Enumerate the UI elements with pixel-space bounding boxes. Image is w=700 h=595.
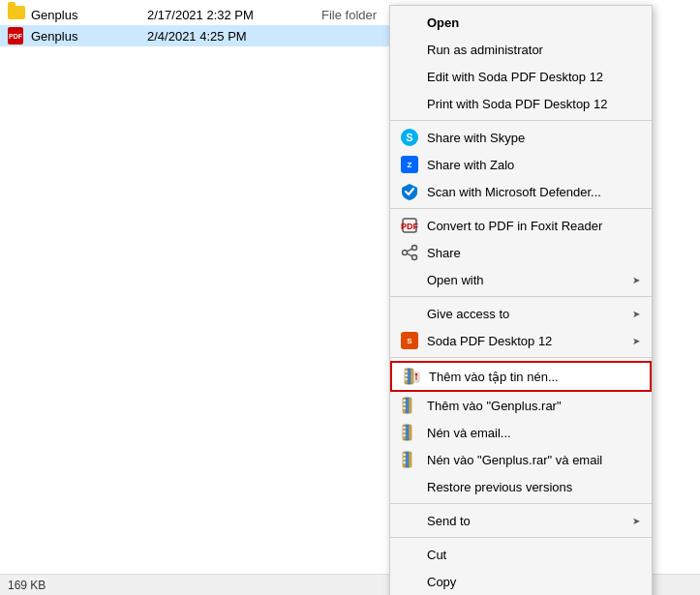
menu-label-add-genplus-rar: Thêm vào "Genplus.rar" <box>427 399 640 413</box>
print-soda-icon <box>400 94 419 113</box>
winrar-genplus-icon <box>400 396 419 415</box>
separator-1 <box>390 120 652 121</box>
run-admin-icon <box>400 40 419 59</box>
svg-point-2 <box>412 246 417 251</box>
file-date-pdf: 2/4/2021 4:25 PM <box>147 29 302 44</box>
skype-icon: S <box>400 128 419 147</box>
send-to-icon <box>400 511 419 530</box>
edit-soda-icon <box>400 67 419 86</box>
copy-icon <box>400 572 419 591</box>
svg-rect-15 <box>406 398 409 413</box>
menu-item-copy[interactable]: Copy <box>390 568 652 595</box>
file-row-pdf[interactable]: PDF Genplus 2/4/2021 4:25 PM <box>0 25 407 46</box>
menu-label-nen-email: Nén và email... <box>427 426 640 440</box>
menu-item-add-genplus-rar[interactable]: Thêm vào "Genplus.rar" <box>390 392 652 419</box>
menu-label-restore: Restore previous versions <box>427 480 640 494</box>
menu-item-share-skype[interactable]: S Share with Skype <box>390 124 652 151</box>
winrar-genplus-email-icon <box>400 450 419 469</box>
menu-item-run-admin[interactable]: Run as administrator <box>390 36 652 63</box>
menu-item-give-access[interactable]: Give access to ➤ <box>390 300 652 327</box>
menu-item-convert-pdf[interactable]: PDF Convert to PDF in Foxit Reader <box>390 212 652 239</box>
menu-item-soda-pdf[interactable]: S Soda PDF Desktop 12 ➤ <box>390 327 652 354</box>
menu-item-share[interactable]: Share <box>390 239 652 266</box>
separator-3 <box>390 296 652 297</box>
separator-6 <box>390 537 652 538</box>
svg-rect-28 <box>403 461 406 463</box>
svg-rect-11 <box>405 378 408 380</box>
file-name-pdf: Genplus <box>31 29 147 44</box>
menu-item-open-with[interactable]: Open with ➤ <box>390 266 652 293</box>
menu-label-edit-soda: Edit with Soda PDF Desktop 12 <box>427 70 640 84</box>
svg-rect-25 <box>406 452 409 467</box>
menu-label-give-access: Give access to <box>427 307 632 321</box>
svg-rect-16 <box>403 400 406 402</box>
menu-label-share: Share <box>427 246 640 260</box>
svg-rect-8 <box>408 369 411 384</box>
menu-item-scan-defender[interactable]: Scan with Microsoft Defender... <box>390 178 652 205</box>
separator-2 <box>390 208 652 209</box>
svg-rect-22 <box>403 431 406 432</box>
soda-pdf-arrow: ➤ <box>632 336 640 346</box>
status-text: 169 KB <box>8 579 46 592</box>
menu-label-nen-genplus-email: Nén vào "Genplus.rar" và email <box>427 453 640 467</box>
svg-point-3 <box>403 251 408 255</box>
menu-item-print-soda[interactable]: Print with Soda PDF Desktop 12 <box>390 90 652 117</box>
menu-label-share-zalo: Share with Zalo <box>427 158 640 172</box>
menu-item-nen-email[interactable]: Nén và email... <box>390 419 652 446</box>
svg-rect-10 <box>405 374 408 376</box>
menu-item-nen-genplus-email[interactable]: Nén vào "Genplus.rar" và email <box>390 446 652 473</box>
folder-icon <box>8 6 25 23</box>
menu-label-print-soda: Print with Soda PDF Desktop 12 <box>427 97 640 111</box>
svg-rect-26 <box>403 454 406 456</box>
file-list: Genplus 2/17/2021 2:32 PM File folder PD… <box>0 0 407 50</box>
defender-icon <box>400 182 419 201</box>
svg-rect-21 <box>403 427 406 429</box>
file-date-folder: 2/17/2021 2:32 PM <box>147 8 302 22</box>
menu-label-send-to: Send to <box>427 514 632 528</box>
share-icon <box>400 243 419 262</box>
separator-5 <box>390 503 652 504</box>
restore-icon <box>400 477 419 496</box>
open-icon <box>400 13 419 32</box>
svg-rect-9 <box>405 371 408 372</box>
svg-line-6 <box>407 253 412 256</box>
context-menu: Open Run as administrator Edit with Soda… <box>389 5 653 595</box>
menu-item-open[interactable]: Open <box>390 9 652 36</box>
file-row-folder[interactable]: Genplus 2/17/2021 2:32 PM File folder <box>0 4 407 25</box>
svg-text:PDF: PDF <box>401 222 418 231</box>
menu-item-share-zalo[interactable]: Z Share with Zalo <box>390 151 652 178</box>
svg-line-5 <box>407 249 412 252</box>
menu-item-add-archive[interactable]: Thêm vào tập tin nén... <box>390 361 652 392</box>
open-with-icon <box>400 270 419 289</box>
svg-rect-27 <box>403 458 406 460</box>
soda-pdf-icon: S <box>400 331 419 350</box>
file-type-folder: File folder <box>302 8 399 22</box>
menu-label-convert-pdf: Convert to PDF in Foxit Reader <box>427 219 640 233</box>
give-access-icon <box>400 304 419 323</box>
menu-item-restore[interactable]: Restore previous versions <box>390 473 652 500</box>
menu-label-open: Open <box>427 15 640 30</box>
menu-item-edit-soda[interactable]: Edit with Soda PDF Desktop 12 <box>390 63 652 90</box>
explorer-window: Genplus 2/17/2021 2:32 PM File folder PD… <box>0 0 700 595</box>
winrar-add-icon <box>402 367 421 386</box>
cut-icon <box>400 545 419 564</box>
svg-rect-20 <box>406 425 409 440</box>
menu-item-cut[interactable]: Cut <box>390 541 652 568</box>
open-with-arrow: ➤ <box>632 275 640 285</box>
menu-label-open-with: Open with <box>427 273 632 287</box>
separator-4 <box>390 357 652 358</box>
menu-label-run-admin: Run as administrator <box>427 43 640 57</box>
winrar-email-icon <box>400 423 419 442</box>
file-name-folder: Genplus <box>31 8 147 22</box>
menu-label-soda-pdf: Soda PDF Desktop 12 <box>427 334 632 348</box>
menu-label-share-skype: Share with Skype <box>427 131 640 145</box>
menu-label-add-archive: Thêm vào tập tin nén... <box>429 370 638 384</box>
pdf-icon: PDF <box>8 27 25 45</box>
send-to-arrow: ➤ <box>632 516 640 526</box>
menu-item-send-to[interactable]: Send to ➤ <box>390 507 652 534</box>
zalo-icon: Z <box>400 155 419 174</box>
give-access-arrow: ➤ <box>632 309 640 319</box>
svg-rect-18 <box>403 407 406 409</box>
svg-rect-23 <box>403 434 406 436</box>
menu-label-cut: Cut <box>427 548 640 562</box>
